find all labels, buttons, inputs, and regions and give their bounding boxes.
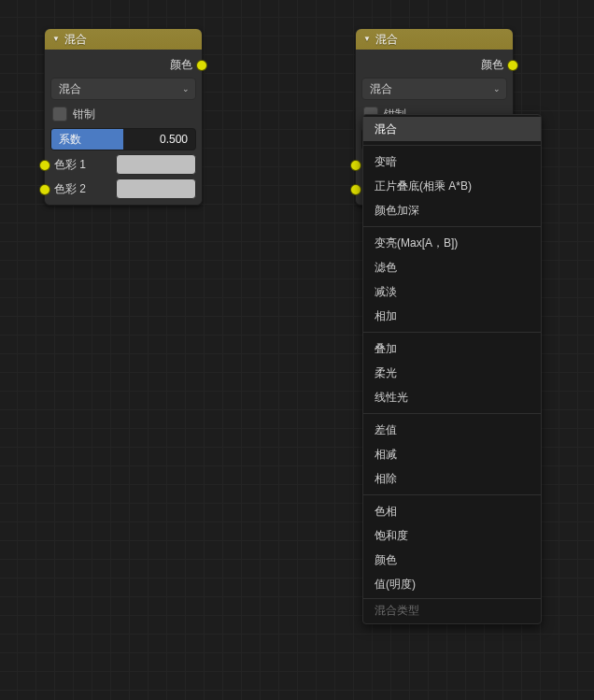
color1-label: 色彩 1 (50, 157, 110, 173)
menu-item[interactable]: 值(明度) (363, 572, 541, 596)
menu-footer: 混合类型 (363, 598, 541, 621)
menu-item[interactable]: 色相 (363, 499, 541, 523)
menu-item[interactable]: 相减 (363, 442, 541, 466)
menu-item[interactable]: 相加 (363, 304, 541, 328)
color1-row[interactable]: 色彩 1 (50, 154, 196, 175)
output-socket-color[interactable] (507, 60, 518, 71)
menu-item[interactable]: 变亮(Max[A，B]) (363, 231, 541, 255)
output-socket-color[interactable] (196, 60, 207, 71)
input-socket-color2[interactable] (39, 184, 50, 195)
color1-swatch[interactable] (116, 154, 196, 175)
menu-separator (363, 494, 541, 495)
chevron-down-icon: ⌄ (493, 84, 501, 93)
menu-item[interactable]: 叠加 (363, 336, 541, 361)
menu-item[interactable]: 柔光 (363, 361, 541, 385)
menu-item[interactable]: 混合 (363, 117, 541, 141)
clamp-checkbox[interactable] (52, 107, 67, 121)
menu-item[interactable]: 减淡 (363, 279, 541, 304)
color2-swatch[interactable] (116, 179, 196, 199)
factor-label: 系数 (59, 132, 81, 148)
input-socket-color2[interactable] (350, 184, 361, 195)
clamp-row[interactable]: 钳制 (50, 104, 196, 124)
menu-separator (363, 332, 541, 333)
menu-item[interactable]: 差值 (363, 418, 541, 442)
menu-item[interactable]: 颜色加深 (363, 198, 541, 222)
collapse-icon[interactable]: ▼ (363, 29, 371, 50)
input-socket-color1[interactable] (39, 160, 50, 171)
menu-separator (363, 145, 541, 146)
menu-item[interactable]: 颜色 (363, 548, 541, 572)
menu-separator (363, 226, 541, 227)
blend-mode-menu[interactable]: 混合变暗正片叠底(相乘 A*B)颜色加深变亮(Max[A，B])滤色减淡相加叠加… (362, 114, 542, 624)
blend-mode-select[interactable]: 混合 ⌄ (361, 78, 507, 100)
menu-item[interactable]: 变暗 (363, 150, 541, 174)
collapse-icon[interactable]: ▼ (52, 29, 60, 50)
mix-node-a[interactable]: ▼ 混合 颜色 混合 ⌄ 钳制 系数 0.500 色彩 1 (44, 28, 203, 206)
node-header[interactable]: ▼ 混合 (356, 29, 513, 50)
output-socket-row: 颜色 (361, 55, 507, 74)
color2-label: 色彩 2 (50, 181, 110, 197)
menu-separator (363, 413, 541, 414)
node-title: 混合 (375, 29, 398, 50)
blend-mode-select[interactable]: 混合 ⌄ (50, 78, 196, 100)
menu-item[interactable]: 饱和度 (363, 523, 541, 548)
factor-slider[interactable]: 系数 0.500 (50, 128, 196, 150)
input-socket-color1[interactable] (350, 160, 361, 171)
menu-item[interactable]: 线性光 (363, 385, 541, 409)
menu-item[interactable]: 滤色 (363, 255, 541, 279)
color2-row[interactable]: 色彩 2 (50, 179, 196, 199)
node-header[interactable]: ▼ 混合 (45, 29, 202, 50)
chevron-down-icon: ⌄ (182, 84, 190, 93)
menu-item[interactable]: 相除 (363, 466, 541, 491)
blend-mode-value: 混合 (370, 81, 392, 97)
clamp-label: 钳制 (73, 107, 95, 122)
blend-mode-value: 混合 (59, 81, 81, 97)
menu-item[interactable]: 正片叠底(相乘 A*B) (363, 174, 541, 198)
factor-value: 0.500 (160, 133, 188, 146)
output-socket-row: 颜色 (50, 55, 196, 74)
output-label: 颜色 (170, 57, 192, 73)
node-title: 混合 (64, 29, 87, 50)
output-label: 颜色 (481, 57, 503, 73)
